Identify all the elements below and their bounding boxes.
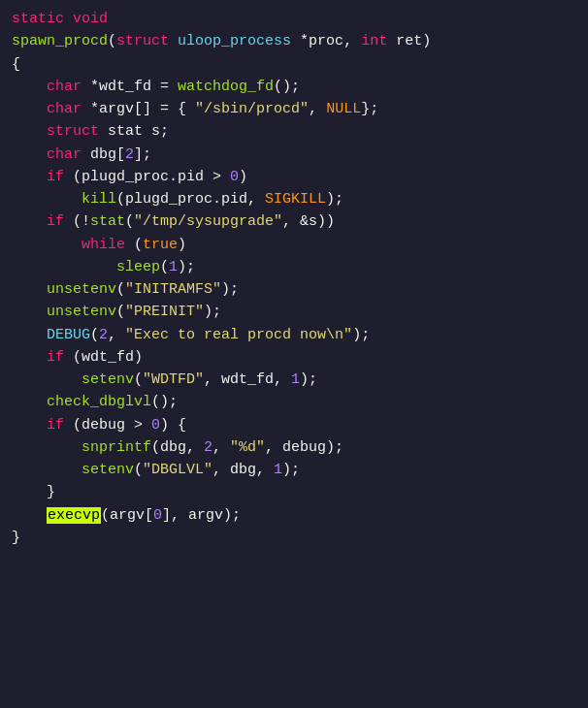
code-token: );	[282, 462, 300, 478]
code-token: "Exec to real procd now\n"	[125, 327, 352, 343]
code-line: char *wdt_fd = watchdog_fd();	[12, 76, 576, 98]
code-token: (!	[64, 213, 90, 230]
code-line: unsetenv("PREINIT");	[12, 301, 576, 323]
code-token: };	[361, 101, 378, 117]
code-token	[12, 79, 47, 95]
code-token: (	[90, 327, 99, 343]
code-line: }	[12, 527, 576, 549]
code-token: }	[12, 484, 55, 500]
code-token: ) {	[160, 417, 186, 434]
code-editor: static voidspawn_procd(struct uloop_proc…	[0, 0, 588, 708]
code-token: *	[291, 33, 309, 49]
code-token	[12, 462, 82, 478]
code-token: }	[12, 530, 20, 546]
code-token: "WDTFD"	[143, 371, 204, 388]
code-token: "/tmp/sysupgrade"	[134, 213, 282, 230]
code-token: ,	[212, 439, 230, 456]
code-token: "/sbin/procd"	[195, 101, 309, 117]
code-token	[12, 281, 47, 298]
code-line: if (debug > 0) {	[12, 414, 576, 436]
code-token: snprintf	[82, 439, 151, 456]
code-token: while	[82, 237, 125, 253]
code-token: 2	[125, 146, 134, 163]
code-token: ,	[309, 101, 326, 117]
code-token: {	[12, 56, 20, 73]
code-token: NULL	[326, 101, 361, 117]
code-line: unsetenv("INITRAMFS");	[12, 278, 576, 301]
code-line: if (plugd_proc.pid > 0)	[12, 166, 576, 188]
code-token: 1	[274, 462, 282, 478]
code-token: int	[361, 33, 387, 49]
code-token: =	[151, 79, 178, 95]
code-token: (	[125, 237, 143, 253]
code-token: if	[47, 213, 64, 230]
code-token: );	[352, 327, 370, 343]
code-token: struct	[116, 33, 178, 49]
code-token: "%d"	[230, 439, 265, 456]
code-token	[12, 146, 47, 163]
code-token: char	[47, 146, 82, 163]
code-token: if	[47, 417, 64, 434]
code-token	[12, 394, 47, 410]
code-token: "PREINIT"	[125, 304, 204, 320]
code-line: setenv("DBGLVL", dbg, 1);	[12, 459, 576, 481]
code-token: 2	[99, 327, 108, 343]
code-token: , &s))	[282, 213, 335, 230]
code-token: );	[204, 304, 221, 320]
code-token: (dbg,	[151, 439, 204, 456]
code-token: watchdog_fd	[178, 79, 274, 95]
code-token: (	[134, 371, 143, 388]
code-token: 0	[230, 169, 239, 185]
code-token: 2	[204, 439, 212, 456]
code-token: 0	[153, 507, 162, 524]
code-token: uloop_process	[178, 33, 291, 49]
code-token: if	[47, 169, 64, 185]
code-token: 1	[291, 371, 300, 388]
code-line: while (true)	[12, 234, 576, 256]
code-token: ();	[274, 79, 300, 95]
code-token: );	[326, 191, 343, 208]
code-token: char	[47, 79, 82, 95]
code-token: ];	[134, 146, 151, 163]
code-token: s;	[143, 123, 169, 140]
code-token: stat	[90, 213, 125, 230]
code-line: if (!stat("/tmp/sysupgrade", &s))	[12, 210, 576, 233]
code-token: argv	[99, 101, 134, 117]
code-token: SIGKILL	[265, 191, 326, 208]
code-token	[12, 237, 82, 253]
code-token	[12, 349, 47, 366]
code-token: if	[47, 349, 64, 366]
code-token: , wdt_fd,	[204, 371, 291, 388]
code-token: check_dbglvl	[47, 394, 151, 410]
code-token	[12, 417, 47, 434]
code-token: );	[300, 371, 317, 388]
code-token	[12, 213, 47, 230]
code-line: snprintf(dbg, 2, "%d", debug);	[12, 436, 576, 459]
code-token: (	[108, 33, 116, 49]
code-token: *	[82, 79, 99, 95]
code-token	[12, 371, 82, 388]
code-token: setenv	[82, 462, 134, 478]
code-token: )	[422, 33, 431, 49]
code-token: proc	[309, 33, 343, 49]
code-token: (	[125, 213, 134, 230]
code-line: check_dbglvl();	[12, 391, 576, 413]
code-line: sleep(1);	[12, 256, 576, 278]
code-token: void	[73, 11, 108, 27]
code-token: ], argv);	[162, 507, 241, 524]
code-token: 0	[151, 417, 160, 434]
code-token: *	[82, 101, 99, 117]
code-line: }	[12, 481, 576, 503]
code-token: spawn_procd	[12, 33, 108, 49]
code-line: static void	[12, 8, 576, 30]
code-token	[12, 304, 47, 320]
code-token: ,	[343, 33, 361, 49]
code-token	[12, 439, 82, 456]
code-token: (	[116, 304, 125, 320]
code-token: (	[116, 281, 125, 298]
code-token: );	[178, 259, 195, 275]
code-line: struct stat s;	[12, 120, 576, 143]
code-line: {	[12, 53, 576, 76]
code-line: spawn_procd(struct uloop_process *proc, …	[12, 30, 576, 52]
code-token: DEBUG	[47, 327, 90, 343]
